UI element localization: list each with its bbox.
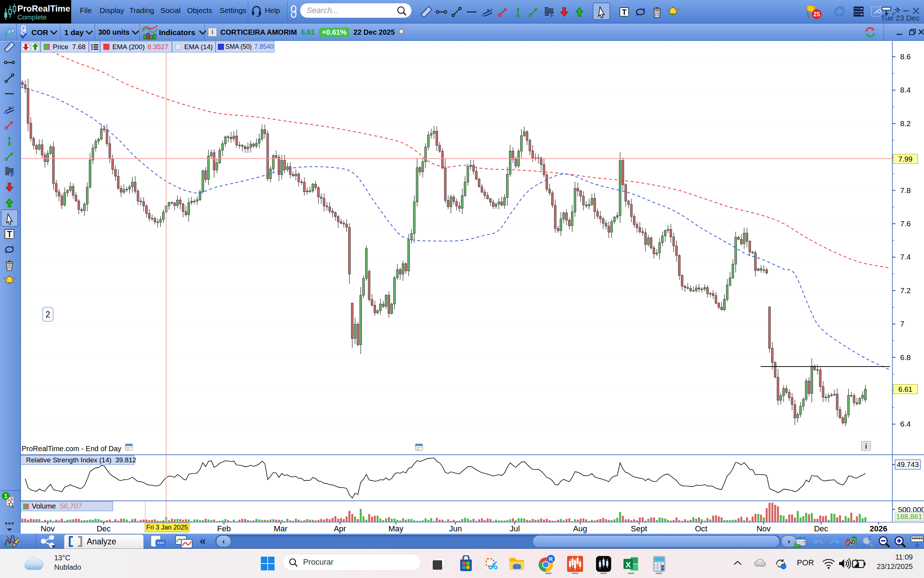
svg-text:7.4: 7.4 <box>900 253 911 261</box>
svg-text:2026: 2026 <box>870 524 887 533</box>
svg-text:T: T <box>7 229 12 239</box>
svg-text:8.2: 8.2 <box>900 119 911 128</box>
svg-text:6.4: 6.4 <box>900 420 911 428</box>
svg-text:Apr: Apr <box>334 524 346 533</box>
svg-text:Jun: Jun <box>449 524 462 533</box>
svg-text:7: 7 <box>900 320 905 328</box>
svg-text:F: F <box>550 12 554 18</box>
svg-text:May: May <box>388 524 403 533</box>
svg-text:7.8: 7.8 <box>900 186 911 195</box>
svg-text:6.8: 6.8 <box>900 353 911 362</box>
svg-text:1: 1 <box>4 493 7 500</box>
svg-text:F: F <box>11 172 14 178</box>
svg-text:Nov: Nov <box>40 524 55 533</box>
svg-text:Dec: Dec <box>814 524 828 533</box>
svg-text:Oct: Oct <box>695 524 707 533</box>
svg-text:8.4: 8.4 <box>900 86 911 94</box>
svg-text:Sept: Sept <box>631 524 647 533</box>
svg-text:R: R <box>549 556 553 562</box>
svg-text:7.6: 7.6 <box>900 219 911 228</box>
svg-text:T: T <box>622 8 627 16</box>
svg-text:Aug: Aug <box>573 524 587 533</box>
svg-text:Dec: Dec <box>96 524 110 533</box>
svg-text:Nov: Nov <box>756 524 770 533</box>
svg-text:8.6: 8.6 <box>900 52 911 61</box>
svg-text:X: X <box>626 560 631 569</box>
svg-text:Feb: Feb <box>217 524 231 533</box>
svg-text:7.2: 7.2 <box>900 286 911 295</box>
svg-text:Mar: Mar <box>274 524 288 533</box>
svg-text:Jul: Jul <box>510 524 520 533</box>
svg-text:25: 25 <box>814 11 820 17</box>
